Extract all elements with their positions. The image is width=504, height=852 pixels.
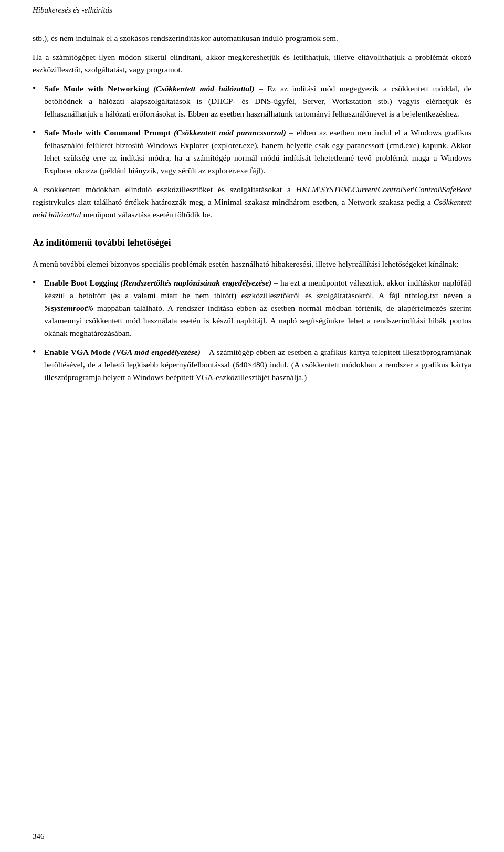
vga-italic: (VGA mód engedélyezése) <box>113 348 201 356</box>
boot-logging-label: Enable Boot Logging <box>44 278 118 287</box>
vga-mode-text: Enable VGA Mode (VGA mód engedélyezése) … <box>44 346 471 384</box>
header-title: Hibakeresés és -elhárítás <box>33 4 112 16</box>
intro-para-1: stb.), és nem indulnak el a szokásos ren… <box>33 32 471 45</box>
menu-intro-para: A menü további elemei bizonyos speciális… <box>33 258 471 270</box>
bullet-dot-3: • <box>33 276 44 290</box>
list-item-safe-networking: • Safe Mode with Networking (Csökkentett… <box>33 82 471 120</box>
safe-networking-text: Safe Mode with Networking (Csökkentett m… <box>44 82 471 120</box>
intro-para-2: Ha a számítógépet ilyen módon sikerül el… <box>33 51 471 76</box>
page-container: Hibakeresés és -elhárítás stb.), és nem … <box>0 0 504 852</box>
section-heading: Az indítómenü további lehetőségei <box>33 236 471 250</box>
content-area: stb.), és nem indulnak el a szokásos ren… <box>33 32 471 384</box>
boot-logging-text: Enable Boot Logging (Rendszertöltés napl… <box>44 277 471 340</box>
boot-logging-italic: (Rendszertöltés naplózásának engedélyezé… <box>120 278 271 287</box>
registry-paragraph: A csökkentett módokban elinduló eszközil… <box>33 183 471 221</box>
registry-path: HKLM\SYSTEM\CurrentControlSet\Control\Sa… <box>296 185 471 194</box>
list-item-vga-mode: • Enable VGA Mode (VGA mód engedélyezése… <box>33 346 471 384</box>
systemroot-percent: %systemroot% <box>44 303 93 312</box>
list-item-safe-command: • Safe Mode with Command Prompt (Csökken… <box>33 127 471 177</box>
bullet-list-top: • Safe Mode with Networking (Csökkentett… <box>33 82 471 177</box>
list-item-boot-logging: • Enable Boot Logging (Rendszertöltés na… <box>33 277 471 340</box>
vga-label: Enable VGA Mode <box>44 348 111 356</box>
safe-command-italic: (Csökkentett mód parancssorral) <box>174 128 286 137</box>
bullet-dot-2: • <box>33 125 44 140</box>
bullet-dot-4: • <box>33 345 44 360</box>
safe-networking-label: Safe Mode with Networking <box>44 84 149 93</box>
safe-command-label: Safe Mode with Command Prompt <box>44 128 171 137</box>
safe-networking-italic: (Csökkentett mód hálózattal) <box>153 84 255 93</box>
page-number: 346 <box>33 830 45 843</box>
header-bar: Hibakeresés és -elhárítás <box>33 0 471 19</box>
bullet-dot-1: • <box>33 81 44 96</box>
safe-command-text: Safe Mode with Command Prompt (Csökkente… <box>44 127 471 177</box>
bullet-list-bottom: • Enable Boot Logging (Rendszertöltés na… <box>33 277 471 384</box>
